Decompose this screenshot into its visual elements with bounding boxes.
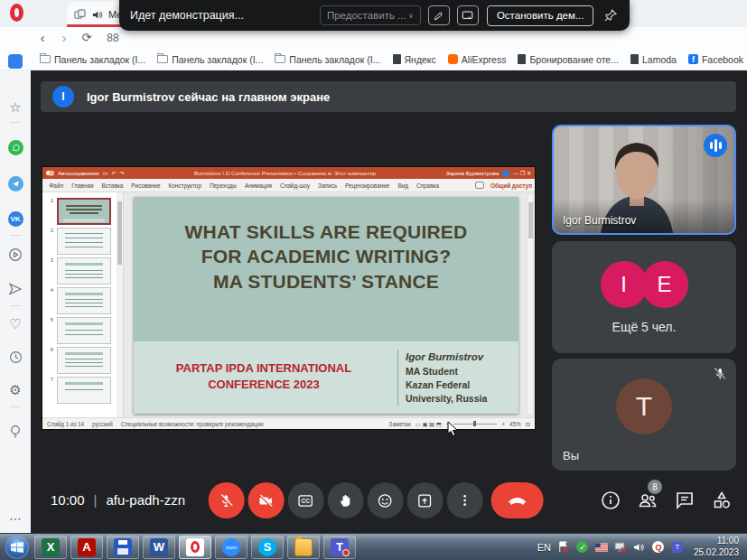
ribbon-tab[interactable]: Анимация (240, 182, 275, 189)
thumbnail-row[interactable]: 5 (46, 317, 123, 344)
thumbnail-row[interactable]: 6 (46, 347, 123, 374)
ribbon-tab[interactable]: Вид (394, 182, 413, 189)
thumbnail-row[interactable]: 3 (46, 257, 123, 285)
history-clock-icon[interactable] (0, 350, 31, 367)
reload-button[interactable]: ⟳ (79, 29, 95, 46)
telegram-icon[interactable] (0, 176, 31, 191)
participant-tile-others[interactable]: I E Ещё 5 чел. (552, 241, 736, 353)
thumbnail-row[interactable]: 7 (46, 377, 123, 404)
camera-toggle-button[interactable] (247, 482, 284, 518)
ribbon-tab[interactable]: Слайд-шоу (275, 182, 313, 189)
reactions-button[interactable] (367, 482, 403, 518)
forward-button[interactable]: › (56, 29, 72, 46)
ppt-account-avatar[interactable] (502, 170, 509, 177)
leave-call-button[interactable] (490, 482, 543, 518)
lightbulb-icon[interactable] (0, 425, 31, 442)
opera-logo-icon[interactable] (10, 4, 23, 22)
mic-toggle-button[interactable] (208, 482, 244, 518)
settings-gear-icon[interactable]: ⚙ (0, 382, 31, 398)
slide-thumbnail[interactable] (57, 287, 111, 314)
participant-tile-speaker[interactable]: Igor Burmistrov (552, 125, 736, 235)
participants-button[interactable]: 8 (637, 490, 658, 511)
ribbon-tab[interactable]: Главная (68, 182, 98, 189)
ribbon-tab[interactable]: Файл (45, 182, 68, 189)
fit-slide-button[interactable]: ⊡ (526, 421, 530, 427)
starred-icon[interactable]: ☆ (0, 99, 31, 116)
ribbon-tab[interactable]: Вставка (98, 182, 127, 189)
player-icon[interactable] (0, 247, 31, 265)
participant-tile-you[interactable]: T Вы (552, 359, 736, 471)
zoom-percent[interactable]: 45% (509, 421, 521, 427)
speed-dial-icon[interactable] (8, 54, 23, 69)
bookmark-folder[interactable]: Панель закладок (I... (157, 54, 263, 65)
bookmark-facebook[interactable]: fFacebook (688, 54, 743, 65)
slide-thumbnail[interactable] (57, 347, 111, 374)
undo-icon[interactable]: ↶ (111, 170, 116, 176)
chat-button[interactable] (674, 490, 696, 511)
taskbar-teams[interactable]: T (323, 536, 356, 559)
more-options-button[interactable] (446, 482, 482, 518)
slide-thumbnail[interactable] (57, 228, 111, 255)
activities-button[interactable] (711, 490, 733, 511)
back-button[interactable]: ‹ (34, 29, 51, 46)
ppt-window-controls[interactable]: — ❐ ✕ (513, 170, 531, 176)
stop-sharing-button[interactable]: Остановить дем... (487, 5, 594, 26)
taskbar-clock[interactable]: 11:00 25.02.2023 (690, 536, 739, 558)
taskbar-excel[interactable]: X (34, 536, 67, 559)
ribbon-tab[interactable]: Запись (314, 182, 341, 189)
bookmark-aliexpress[interactable]: AliExpress (448, 54, 507, 65)
tab-count-button[interactable]: 88 (102, 29, 124, 46)
slide-thumbnail-selected[interactable] (57, 198, 111, 225)
notes-button[interactable]: Заметки (389, 421, 411, 427)
ppt-share-button[interactable]: Общий доступ (475, 182, 532, 189)
captions-button[interactable]: CC (287, 482, 323, 518)
vk-icon[interactable]: VK (0, 211, 31, 227)
slide-thumbnail[interactable] (57, 257, 111, 285)
taskbar-zoom[interactable]: zoom (215, 536, 247, 559)
present-button[interactable] (406, 482, 443, 518)
action-center-flag-icon[interactable] (557, 541, 570, 554)
meeting-details-button[interactable] (600, 490, 621, 511)
taskbar-skype[interactable]: S (251, 536, 284, 559)
accessibility-status[interactable]: Специальные возможности: проверьте реком… (121, 421, 264, 427)
slide-scrollbar[interactable] (527, 194, 534, 415)
annotate-pen-button[interactable] (428, 5, 450, 25)
taskbar-opera-active[interactable] (179, 536, 211, 559)
ribbon-tab[interactable]: Справка (412, 182, 443, 189)
bookmark-folder[interactable]: Панель закладок (I... (275, 54, 380, 65)
ribbon-tab[interactable]: Рисование (127, 182, 164, 189)
ribbon-tab[interactable]: Конструктор (164, 182, 205, 189)
bookmark-lamoda[interactable]: Lamoda (630, 54, 677, 65)
autosave-toggle[interactable] (46, 171, 54, 175)
taskbar-word[interactable]: W (143, 536, 175, 559)
messenger-icon[interactable] (0, 282, 31, 299)
teams-tray-icon[interactable]: T (671, 541, 684, 554)
start-button[interactable] (5, 536, 29, 559)
thumbnails-scrollbar[interactable] (117, 192, 123, 417)
language-indicator[interactable]: EN (537, 542, 551, 553)
whatsapp-icon[interactable] (0, 140, 31, 155)
zoom-slider[interactable] (453, 424, 497, 425)
slide-thumbnail[interactable] (57, 317, 111, 344)
ribbon-tab[interactable]: Переходы (205, 182, 240, 189)
save-icon[interactable]: ▭ (103, 170, 108, 176)
taskbar-save-app[interactable] (107, 536, 139, 559)
raise-hand-button[interactable] (327, 482, 363, 518)
sidebar-more-icon[interactable]: ⋯ (0, 511, 31, 526)
q-app-icon[interactable]: Q (652, 541, 665, 554)
thumbnail-row[interactable]: 1 (46, 198, 123, 225)
redo-icon[interactable]: ↷ (119, 170, 124, 176)
taskbar-explorer[interactable] (287, 536, 320, 559)
network-status-icon[interactable] (614, 541, 627, 554)
us-flag-icon[interactable] (595, 541, 608, 554)
present-to-dropdown[interactable]: Предоставить ...∨ (320, 5, 421, 25)
ribbon-tab[interactable]: Рецензирование (341, 182, 394, 189)
volume-icon[interactable] (633, 541, 646, 554)
thumbnail-row[interactable]: 4 (46, 287, 123, 314)
language-indicator[interactable]: русский (92, 421, 113, 427)
zoom-in-button[interactable]: + (501, 421, 505, 427)
share-screen-select-button[interactable] (457, 5, 479, 25)
bookmark-folder[interactable]: Панель закладок (I... (40, 54, 145, 65)
bookmarks-heart-icon[interactable]: ♡ (0, 316, 31, 332)
taskbar-acrobat[interactable]: A (70, 536, 103, 559)
